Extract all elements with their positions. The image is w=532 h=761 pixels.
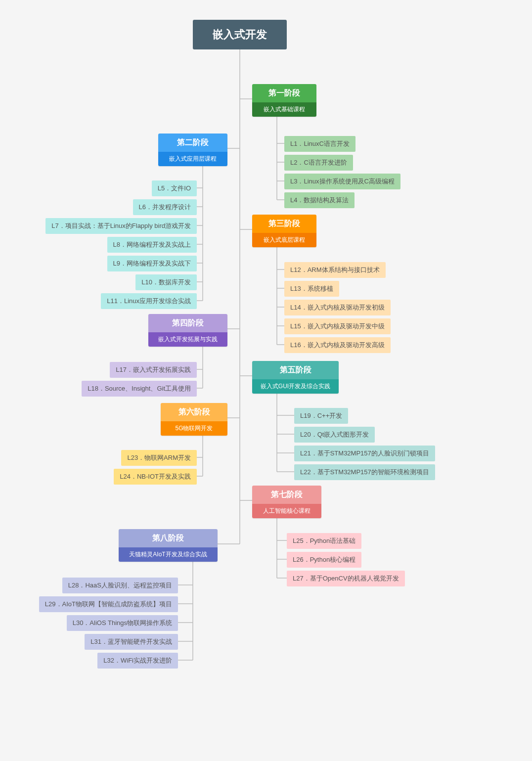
root-node: 嵌入式开发 [193,20,287,49]
leaf-node: L22．基于STM32MP157的智能环境检测项目 [294,464,435,480]
leaf-node: L26．Python核心编程 [287,552,361,568]
leaf-node: L29．AIoT物联网【智能点成防盗系统】项目 [39,596,178,612]
stage-title: 第六阶段 [161,403,227,421]
stage-title: 第一阶段 [252,84,316,102]
leaf-node: L14．嵌入式内核及驱动开发初级 [284,300,391,315]
stage-title: 第三阶段 [252,215,316,233]
stage-s8: 第八阶段天猫精灵AIoT开发及综合实战 [119,529,218,562]
stage-subtitle: 嵌入式底层课程 [252,233,316,247]
leaf-node: L17．嵌入式开发拓展实践 [110,362,197,378]
stage-subtitle: 5G物联网开发 [161,421,227,436]
stage-subtitle: 嵌入式开发拓展与实践 [148,332,227,347]
stage-s1: 第一阶段嵌入式基础课程 [252,84,316,117]
leaf-node: L20．Qt嵌入式图形开发 [294,427,375,443]
leaf-node: L12．ARM体系结构与接口技术 [284,262,386,278]
leaf-node: L10．数据库开发 [135,274,197,290]
leaf-node: L15．嵌入式内核及驱动开发中级 [284,318,391,334]
leaf-node: L6．并发程序设计 [133,199,197,215]
leaf-node: L11．Linux应用开发综合实战 [101,293,197,309]
leaf-node: L8．网络编程开发及实战上 [107,237,197,253]
leaf-node: L28．HaaS人脸识别、远程监控项目 [62,578,178,593]
leaf-node: L4．数据结构及算法 [284,192,355,208]
leaf-node: L18．Source、Insight、Git工具使用 [82,381,197,397]
stage-subtitle: 人工智能核心课程 [252,504,321,518]
stage-title: 第五阶段 [252,361,339,379]
leaf-node: L7．项目实战：基于Linux的Flapply bird游戏开发 [45,218,197,234]
stage-title: 第四阶段 [148,314,227,332]
leaf-node: L27．基于OpenCV的机器人视觉开发 [287,571,405,586]
stage-s7: 第七阶段人工智能核心课程 [252,486,321,518]
stage-subtitle: 嵌入式应用层课程 [158,152,227,166]
leaf-node: L3．Linux操作系统使用及C高级编程 [284,174,400,189]
leaf-node: L31．蓝牙智能硬件开发实战 [85,634,178,650]
leaf-node: L1．LinuxC语言开发 [284,136,355,152]
leaf-node: L25．Python语法基础 [287,533,361,549]
stage-s6: 第六阶段5G物联网开发 [161,403,227,436]
leaf-node: L30．AliOS Things物联网操作系统 [67,615,178,631]
stage-s5: 第五阶段嵌入式GUI开发及综合实践 [252,361,339,394]
stage-subtitle: 天猫精灵AIoT开发及综合实战 [119,547,218,562]
leaf-node: L23．物联网ARM开发 [121,450,197,466]
leaf-node: L16．嵌入式内核及驱动开发高级 [284,337,391,353]
stage-title: 第八阶段 [119,529,218,547]
stage-s2: 第二阶段嵌入式应用层课程 [158,134,227,166]
stage-s3: 第三阶段嵌入式底层课程 [252,215,316,247]
leaf-node: L19．C++开发 [294,408,348,424]
leaf-node: L21．基于STM32MP157的人脸识别门锁项目 [294,446,435,461]
leaf-node: L24．NB-IOT开发及实践 [114,469,197,485]
leaf-node: L9．网络编程开发及实战下 [107,256,197,271]
stage-title: 第七阶段 [252,486,321,504]
stage-subtitle: 嵌入式基础课程 [252,102,316,117]
stage-s4: 第四阶段嵌入式开发拓展与实践 [148,314,227,347]
leaf-node: L2．C语言开发进阶 [284,155,353,171]
leaf-node: L32．WiFi实战开发进阶 [97,653,178,669]
leaf-node: L13．系统移植 [284,281,339,297]
stage-subtitle: 嵌入式GUI开发及综合实践 [252,379,339,394]
leaf-node: L5．文件IO [152,180,197,196]
stage-title: 第二阶段 [158,134,227,152]
